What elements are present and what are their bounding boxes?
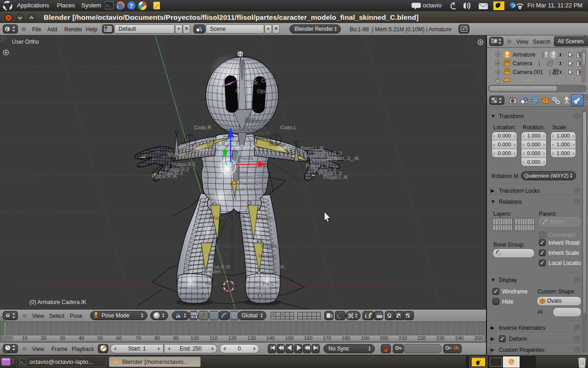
svg-text:Mandibula: Mandibula	[245, 119, 269, 124]
svg-text:Talon.L: Talon.L	[262, 270, 278, 276]
svg-text:Rodilla.L: Rodilla.L	[261, 243, 281, 248]
svg-text:Brazo.L: Brazo.L	[269, 141, 286, 147]
svg-text:Pecho.CTL: Pecho.CTL	[239, 180, 264, 186]
svg-text:Cabe: Cabe	[246, 80, 258, 86]
svg-text:Pecho: Pecho	[239, 155, 253, 161]
svg-text:Pierna.L: Pierna.L	[259, 253, 277, 259]
svg-text:Pie.R: Pie.R	[205, 281, 218, 286]
svg-text:Cadera.CTRL: Cadera.CTRL	[236, 174, 267, 179]
svg-text:Antebrazo.R: Antebrazo.R	[189, 148, 217, 154]
svg-text:Master: Master	[205, 269, 220, 274]
svg-text:i: i	[6, 27, 7, 32]
svg-text:Codo.R: Codo.R	[194, 125, 211, 130]
svg-text:Ojo.R: Ojo.R	[236, 88, 249, 93]
svg-text:Pulgar.L.IK: Pulgar.L.IK	[323, 174, 348, 180]
svg-text:User Ortho: User Ortho	[12, 39, 39, 45]
svg-text:Muneca.R: Muneca.R	[168, 152, 191, 157]
svg-text:Pulgar.R.IK: Pulgar.R.IK	[152, 173, 177, 179]
svg-text:Cadera.IK: Cadera.IK	[233, 144, 256, 149]
svg-text:CadeMano.IK: CadeMano.IK	[234, 186, 266, 192]
svg-text:Cabeza.IK: Cabeza.IK	[247, 130, 271, 136]
svg-text:Ceja.L: Ceja.L	[261, 78, 276, 83]
svg-text:(0) Armature Cadera.IK: (0) Armature Cadera.IK	[29, 299, 86, 305]
svg-text:Brazo.R: Brazo.R	[207, 141, 225, 147]
svg-text:>_: >_	[106, 4, 111, 8]
svg-text:Anulare.L.3: Anulare.L.3	[311, 157, 337, 162]
svg-text:Pierna.R: Pierna.R	[208, 253, 228, 258]
svg-text:Rodilla.R: Rodilla.R	[218, 242, 239, 248]
svg-text:Pierna.L.IK: Pierna.L.IK	[260, 264, 285, 270]
svg-text:>_: >_	[21, 360, 25, 364]
svg-text:Pie.L: Pie.L	[262, 281, 274, 287]
svg-text:Muslo.L: Muslo.L	[256, 215, 274, 221]
svg-text:Muslo.R: Muslo.R	[210, 215, 229, 220]
svg-text:Codo.L: Codo.L	[280, 125, 296, 130]
svg-text:?: ?	[130, 3, 133, 9]
svg-text:Ojo.L: Ojo.L	[257, 88, 269, 94]
